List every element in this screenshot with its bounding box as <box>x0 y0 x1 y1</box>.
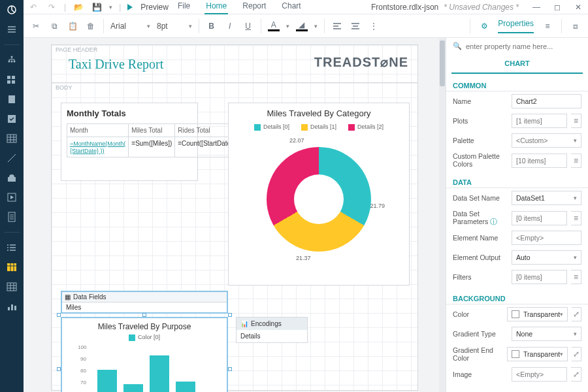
prop-element-name[interactable]: <Empty> <box>512 231 581 245</box>
preview-button[interactable]: Preview <box>140 3 169 12</box>
list-icon[interactable]: ≡ <box>571 270 581 284</box>
svg-rect-9 <box>8 95 15 103</box>
bold-icon[interactable]: B <box>206 20 218 32</box>
svg-point-3 <box>11 61 13 63</box>
rail-play-icon[interactable] <box>6 191 18 203</box>
section-data: DATA <box>446 174 588 188</box>
paste-icon[interactable]: 📋 <box>67 20 78 32</box>
prop-image[interactable]: <Empty> <box>512 367 567 382</box>
delete-icon[interactable]: 🗑 <box>85 20 97 32</box>
monthly-table[interactable]: MonthMiles TotalRides Total =MonthName(M… <box>67 123 238 157</box>
panel-toggle-icon[interactable]: ⧈ <box>570 20 581 32</box>
italic-icon[interactable]: I <box>224 20 236 32</box>
rail-shape-icon[interactable] <box>6 172 18 184</box>
rail-table2-icon[interactable] <box>6 261 18 273</box>
list-icon[interactable]: ≡ <box>571 154 581 168</box>
underline-icon[interactable]: U <box>242 20 254 32</box>
window-min-icon[interactable]: — <box>531 1 542 13</box>
align-center-icon[interactable] <box>350 20 361 32</box>
svg-rect-20 <box>8 307 10 310</box>
open-icon[interactable]: 📂 <box>73 1 84 13</box>
prop-gradient-end[interactable]: Transparent▾ <box>507 347 568 361</box>
encodings-row[interactable]: 📊Encodings <box>237 318 307 330</box>
donut-chart[interactable] <box>267 147 371 252</box>
rail-list-icon[interactable] <box>6 242 18 253</box>
prop-filters[interactable]: [0 items] <box>512 270 567 284</box>
prop-custom-palette[interactable]: [10 items] <box>512 154 567 168</box>
list-icon[interactable]: ≡ <box>571 211 581 225</box>
search-input[interactable] <box>466 42 581 50</box>
prop-gradient-type[interactable]: None▾ <box>512 327 581 341</box>
prop-element-output[interactable]: Auto▾ <box>512 250 581 265</box>
settings-gear-icon[interactable]: ⚙ <box>478 20 490 32</box>
bar-chart-card[interactable]: Miles Traveled By Purpose Color [0] 100 … <box>61 317 228 392</box>
tab-report[interactable]: Report <box>241 0 267 14</box>
rail-grid-icon[interactable] <box>6 74 18 86</box>
save-dropdown-icon[interactable]: ▾ <box>109 4 112 10</box>
tab-file[interactable]: File <box>176 0 191 14</box>
donut-chart-card[interactable]: Miles Traveled By Category Details [0] D… <box>228 103 410 286</box>
database-icon[interactable]: ≡ <box>542 20 553 32</box>
prop-dataset[interactable]: DataSet1▾ <box>512 191 581 205</box>
rail-logo-icon[interactable] <box>6 4 18 16</box>
bar-chart[interactable]: 100 90 80 70 60 <box>66 344 216 392</box>
rail-matrix-icon[interactable] <box>6 281 18 293</box>
monthly-totals-card[interactable]: Monthly Totals MonthMiles TotalRides Tot… <box>61 103 198 181</box>
expr-rides[interactable]: =Count([StartDate]) <box>178 140 235 147</box>
preview-icon[interactable] <box>127 4 133 10</box>
fill-color-icon[interactable]: ◢ <box>296 21 308 31</box>
svg-rect-6 <box>12 76 15 79</box>
undo-icon[interactable]: ↶ <box>27 1 39 13</box>
prop-plots[interactable]: [1 items] <box>512 114 567 128</box>
unsaved-indicator: * Unsaved Changes * <box>444 3 519 12</box>
cut-icon[interactable]: ✂ <box>30 20 42 32</box>
more-icon[interactable]: ⋮ <box>368 20 380 32</box>
expand-icon[interactable]: ⤢ <box>571 367 581 382</box>
prop-name[interactable]: Chart2 <box>512 94 581 108</box>
vertical-scrollbar[interactable] <box>439 38 446 392</box>
copy-icon[interactable]: ⧉ <box>48 20 60 32</box>
prop-ds-params[interactable]: [0 items] <box>512 211 567 225</box>
expand-icon[interactable]: ⤢ <box>572 307 581 321</box>
rail-line-icon[interactable] <box>6 152 18 164</box>
rail-doc-icon[interactable] <box>6 211 18 223</box>
rail-menu-icon[interactable] <box>6 24 18 35</box>
data-field-item[interactable]: Miles <box>62 302 227 312</box>
prop-palette[interactable]: <Custom>▾ <box>512 133 581 148</box>
page-header-region[interactable]: PAGE HEADER Taxi Drive Report TREADST⌀NE <box>52 45 417 83</box>
svg-rect-29 <box>123 384 143 392</box>
details-row[interactable]: Details <box>237 330 307 342</box>
expr-month[interactable]: =MonthName(Month( {StartDate} )) <box>70 140 125 154</box>
svg-point-17 <box>7 250 8 251</box>
expr-miles[interactable]: =Sum([Miles]) <box>131 140 172 147</box>
align-left-icon[interactable] <box>331 20 343 32</box>
encodings-panel[interactable]: 📊Encodings Details <box>236 317 308 343</box>
svg-rect-28 <box>97 370 117 392</box>
rail-page-icon[interactable] <box>6 93 18 105</box>
body-region[interactable]: BODY Monthly Totals MonthMiles TotalRide… <box>52 83 417 390</box>
property-search[interactable]: 🔍 <box>446 38 588 54</box>
rail-tree-icon[interactable] <box>6 54 18 66</box>
rail-check-icon[interactable] <box>6 113 18 125</box>
size-select[interactable]: 8pt▾ <box>157 22 192 31</box>
font-color-icon[interactable]: A <box>268 21 280 31</box>
expand-icon[interactable]: ⤢ <box>572 347 581 361</box>
data-fields-panel[interactable]: ▦Data Fields Miles <box>61 291 228 314</box>
window-close-icon[interactable]: ✕ <box>572 1 584 13</box>
design-canvas[interactable]: PAGE HEADER Taxi Drive Report TREADST⌀NE… <box>24 38 446 392</box>
font-select[interactable]: Arial▾ <box>110 22 150 31</box>
rail-table-icon[interactable] <box>6 133 18 144</box>
tab-chart[interactable]: Chart <box>280 0 302 14</box>
save-icon[interactable]: 💾 <box>91 1 103 13</box>
document-name: Frontstore.rdlx-json <box>371 3 438 12</box>
logo[interactable]: TREADST⌀NE <box>314 54 408 70</box>
redo-icon[interactable]: ↷ <box>46 1 57 13</box>
rail-chart-icon[interactable] <box>6 301 18 312</box>
prop-bg-color[interactable]: Transparent▾ <box>507 307 568 321</box>
bar-title: Miles Traveled By Purpose <box>66 322 223 331</box>
window-max-icon[interactable]: ◻ <box>551 1 563 13</box>
properties-tab[interactable]: Properties <box>498 19 534 33</box>
svg-rect-21 <box>11 304 13 310</box>
tab-home[interactable]: Home <box>204 0 228 14</box>
list-icon[interactable]: ≡ <box>571 114 581 128</box>
